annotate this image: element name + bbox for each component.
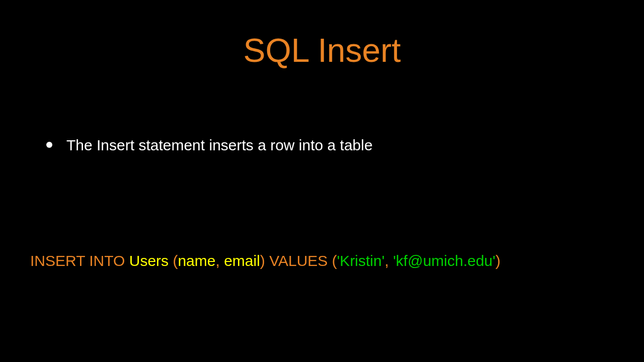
sql-comma: ,	[384, 252, 393, 269]
sql-paren: )	[496, 252, 501, 269]
sql-column: name	[178, 252, 215, 269]
sql-comma: ,	[215, 252, 224, 269]
sql-paren: (	[173, 252, 178, 269]
sql-column: email	[224, 252, 260, 269]
slide: SQL Insert The Insert statement inserts …	[0, 0, 644, 362]
sql-keyword: INSERT INTO	[30, 252, 129, 269]
slide-title: SQL Insert	[0, 31, 644, 69]
sql-identifier: Users	[129, 252, 173, 269]
sql-string: 'kf@umich.edu'	[393, 252, 496, 269]
bullet-icon	[46, 142, 52, 148]
sql-code: INSERT INTO Users (name, email) VALUES (…	[30, 252, 501, 269]
bullet-item: The Insert statement inserts a row into …	[46, 137, 373, 154]
sql-string: 'Kristin'	[337, 252, 385, 269]
sql-keyword: ) VALUES (	[260, 252, 337, 269]
bullet-text: The Insert statement inserts a row into …	[66, 137, 373, 154]
